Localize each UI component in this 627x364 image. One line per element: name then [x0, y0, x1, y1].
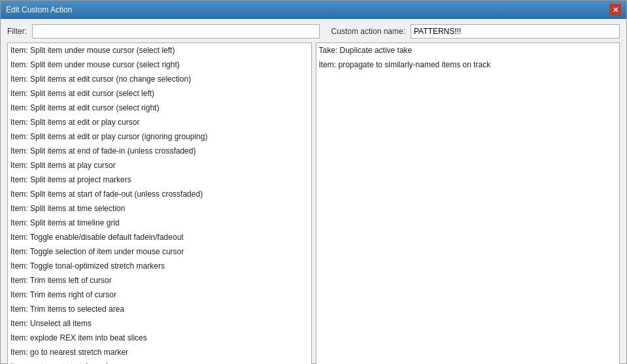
custom-action-label: Custom action name:: [331, 27, 405, 36]
left-list-item[interactable]: Item: Split items at end of fade-in (unl…: [8, 144, 311, 158]
dialog-content: Filter: Custom action name: Item: Split …: [1, 19, 626, 364]
left-list-panel: Item: Split item under mouse cursor (sel…: [7, 42, 312, 364]
left-list-item[interactable]: Item: explode REX item into beat slices: [8, 331, 311, 345]
lists-row: Item: Split item under mouse cursor (sel…: [7, 42, 620, 364]
title-bar: Edit Custom Action ✕: [1, 1, 626, 19]
left-list-item[interactable]: Item: Toggle enable/disable default fade…: [8, 230, 311, 244]
filter-label: Filter:: [7, 27, 27, 36]
custom-action-input[interactable]: [411, 24, 620, 39]
right-list-item[interactable]: Item: propagate to similarly-named items…: [316, 58, 620, 72]
left-list-item[interactable]: Item: Split item under mouse cursor (sel…: [8, 43, 311, 58]
left-list-item[interactable]: Item: Toggle tonal-optimized stretch mar…: [8, 259, 311, 273]
left-list-item[interactable]: Item: Split item under mouse cursor (sel…: [8, 58, 311, 72]
left-list-item[interactable]: Item: Split items at edit cursor (select…: [8, 86, 311, 101]
left-list-item[interactable]: Item: go to next stretch marker: [8, 359, 311, 364]
left-list-item[interactable]: Item: Trim items to selected area: [8, 302, 311, 316]
left-list-item[interactable]: Item: Split items at time selection: [8, 201, 311, 216]
close-button[interactable]: ✕: [609, 4, 621, 16]
left-list-item[interactable]: Item: Split items at edit cursor (select…: [8, 101, 311, 115]
left-list-item[interactable]: Item: Split items at start of fade-out (…: [8, 187, 311, 201]
right-list-scroll[interactable]: Take: Duplicate active takeItem: propaga…: [316, 43, 620, 364]
left-list-item[interactable]: Item: Toggle selection of item under mou…: [8, 244, 311, 259]
dialog-title: Edit Custom Action: [6, 5, 72, 14]
filter-row: Filter: Custom action name:: [7, 24, 620, 39]
left-list-item[interactable]: Item: Split items at edit cursor (no cha…: [8, 72, 311, 86]
right-list-panel: Take: Duplicate active takeItem: propaga…: [316, 42, 620, 364]
left-list-item[interactable]: Item: Split items at project markers: [8, 173, 311, 187]
left-list-item[interactable]: Item: Split items at play cursor: [8, 158, 311, 173]
left-list-item[interactable]: Item: Split items at edit or play cursor…: [8, 129, 311, 144]
left-list-item[interactable]: Item: Unselect all items: [8, 316, 311, 331]
left-list-item[interactable]: Item: Trim items right of cursor: [8, 288, 311, 302]
left-list-item[interactable]: Item: Split items at edit or play cursor: [8, 115, 311, 129]
left-list-item[interactable]: Item: Split items at timeline grid: [8, 216, 311, 230]
right-list-item[interactable]: Take: Duplicate active take: [316, 43, 620, 58]
edit-custom-action-dialog: Edit Custom Action ✕ Filter: Custom acti…: [0, 0, 627, 364]
left-list-item[interactable]: Item: go to nearest stretch marker: [8, 345, 311, 359]
filter-input[interactable]: [32, 24, 320, 39]
left-list-item[interactable]: Item: Trim items left of cursor: [8, 273, 311, 288]
left-list-scroll[interactable]: Item: Split item under mouse cursor (sel…: [8, 43, 311, 364]
